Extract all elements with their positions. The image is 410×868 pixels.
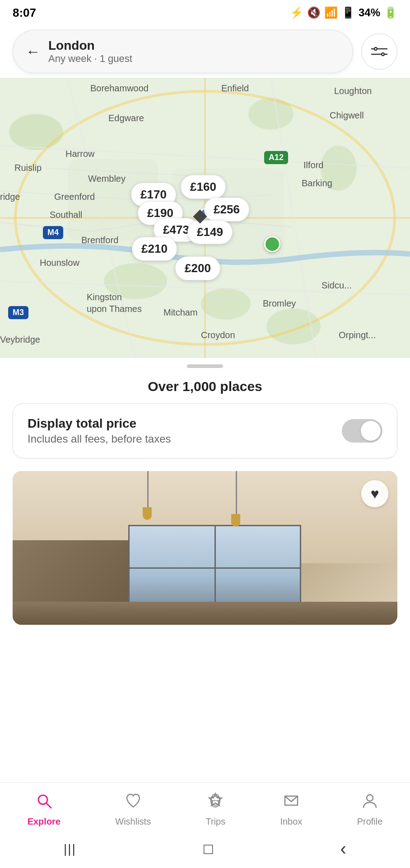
map-label-wembley: Wembley bbox=[88, 174, 126, 184]
road-badge-a12: A12 bbox=[264, 151, 288, 164]
map-label-hounslow: Hounslow bbox=[40, 258, 79, 268]
search-bar-container: ← London Any week · 1 guest bbox=[0, 25, 410, 78]
wifi-icon: 📶 bbox=[324, 6, 338, 19]
map-label-southall: Southall bbox=[50, 210, 82, 220]
status-icons: ⚡ 🔇 📶 📱 34% 🔋 bbox=[290, 6, 397, 19]
explore-label: Explore bbox=[28, 816, 61, 827]
map-label-harrow: Harrow bbox=[65, 149, 94, 159]
trips-label: Trips bbox=[205, 816, 225, 827]
nav-item-inbox[interactable]: Inbox bbox=[271, 790, 311, 829]
price-pin-210[interactable]: £210 bbox=[132, 237, 177, 261]
search-text-group: London Any week · 1 guest bbox=[48, 38, 132, 65]
bottom-sheet: Over 1,000 places Display total price In… bbox=[0, 368, 410, 634]
pendant-cord-2 bbox=[236, 471, 237, 514]
back-button[interactable]: ← bbox=[26, 43, 40, 60]
profile-icon bbox=[361, 792, 379, 814]
svg-line-30 bbox=[46, 803, 51, 808]
inbox-label: Inbox bbox=[280, 816, 302, 827]
toggle-title: Display total price bbox=[28, 416, 171, 431]
price-pin-200[interactable]: £200 bbox=[175, 256, 220, 280]
map-label-loughton: Loughton bbox=[334, 86, 372, 96]
nav-item-wishlists[interactable]: Wishlists bbox=[106, 790, 160, 829]
map-label-ridge: ridge bbox=[0, 192, 20, 202]
drag-handle[interactable] bbox=[187, 364, 223, 368]
pendant-light-2 bbox=[231, 514, 240, 527]
pendant-cord-1 bbox=[147, 471, 149, 507]
road-badge-m3: M3 bbox=[8, 306, 28, 319]
price-pin-149[interactable]: £149 bbox=[187, 220, 233, 244]
map-label-ilford: Ilford bbox=[303, 160, 323, 170]
listing-image bbox=[13, 471, 397, 625]
svg-point-11 bbox=[201, 288, 251, 320]
map-label-chigwell: Chigwell bbox=[330, 110, 364, 121]
svg-point-7 bbox=[9, 114, 63, 150]
map-label-greenford: Greenford bbox=[54, 192, 95, 202]
nav-item-trips[interactable]: Trips bbox=[196, 790, 234, 829]
map-label-kingston: Kingstonupon Thames bbox=[87, 291, 142, 315]
svg-point-0 bbox=[374, 47, 377, 50]
nav-item-profile[interactable]: Profile bbox=[348, 790, 392, 829]
search-title: London bbox=[48, 38, 132, 53]
places-count: Over 1,000 places bbox=[13, 368, 397, 403]
toggle-card: Display total price Includes all fees, b… bbox=[13, 403, 397, 458]
listing-card[interactable]: ♥ bbox=[13, 471, 397, 625]
android-menu-btn[interactable]: ||| bbox=[64, 842, 76, 856]
filter-button[interactable] bbox=[361, 33, 397, 70]
map-label-mitcham: Mitcham bbox=[163, 307, 198, 318]
map-container[interactable]: Borehamwood Enfield Loughton Chigwell Ed… bbox=[0, 78, 410, 358]
battery-display: 34% bbox=[359, 6, 380, 19]
search-subtitle: Any week · 1 guest bbox=[48, 53, 132, 65]
profile-label: Profile bbox=[357, 816, 383, 827]
android-nav: ||| □ ‹ bbox=[0, 832, 410, 868]
signal-icon: 📱 bbox=[341, 6, 355, 19]
price-pin-160[interactable]: £160 bbox=[181, 175, 226, 199]
svg-point-1 bbox=[382, 53, 384, 56]
inbox-icon bbox=[282, 792, 300, 814]
svg-point-33 bbox=[367, 795, 373, 801]
wishlist-button[interactable]: ♥ bbox=[361, 480, 388, 507]
map-label-enfield: Enfield bbox=[221, 83, 249, 94]
android-home-btn[interactable]: □ bbox=[204, 840, 213, 858]
map-label-croydon: Croydon bbox=[201, 330, 235, 340]
mute-icon: 🔇 bbox=[307, 6, 321, 19]
map-label-sidcup: Sidcu... bbox=[321, 280, 352, 291]
map-label-weybridge: Veybridge bbox=[0, 335, 40, 345]
time-display: 8:07 bbox=[13, 6, 36, 20]
map-label-borehamwood: Borehamwood bbox=[90, 83, 149, 94]
nav-item-explore[interactable]: Explore bbox=[19, 790, 70, 829]
map-label-orpington: Orpingt... bbox=[339, 330, 376, 340]
toggle-text-group: Display total price Includes all fees, b… bbox=[28, 416, 171, 445]
android-back-btn[interactable]: ‹ bbox=[340, 839, 346, 859]
search-bar[interactable]: ← London Any week · 1 guest bbox=[13, 30, 353, 73]
toggle-subtitle: Includes all fees, before taxes bbox=[28, 433, 171, 445]
map-label-ruislip: Ruislip bbox=[14, 163, 42, 173]
nav-items: Explore Wishlists Trips bbox=[0, 783, 410, 832]
status-time: 8:07 bbox=[13, 6, 36, 20]
explore-icon bbox=[35, 792, 53, 814]
room-window bbox=[128, 525, 301, 609]
pendant-light-1 bbox=[143, 507, 152, 520]
heart-icon: ♥ bbox=[371, 486, 379, 502]
map-label-edgware: Edgware bbox=[108, 113, 144, 123]
price-pin-256[interactable]: £256 bbox=[204, 198, 249, 222]
road-badge-m4: M4 bbox=[43, 226, 63, 239]
map-label-bromley: Bromley bbox=[263, 298, 296, 309]
status-bar: 8:07 ⚡ 🔇 📶 📱 34% 🔋 bbox=[0, 0, 410, 25]
wishlists-icon bbox=[124, 792, 142, 814]
filter-icon bbox=[371, 43, 387, 60]
map-marker-green bbox=[264, 236, 280, 252]
wishlists-label: Wishlists bbox=[115, 816, 151, 827]
bluetooth-icon: ⚡ bbox=[290, 6, 303, 19]
bottom-nav: Explore Wishlists Trips bbox=[0, 782, 410, 868]
battery-icon: 🔋 bbox=[384, 6, 397, 19]
map-label-barking: Barking bbox=[302, 178, 332, 189]
room-floor bbox=[13, 602, 397, 625]
trips-icon bbox=[206, 792, 224, 814]
map-label-brentford: Brentford bbox=[81, 235, 118, 245]
toggle-switch[interactable] bbox=[342, 419, 382, 443]
